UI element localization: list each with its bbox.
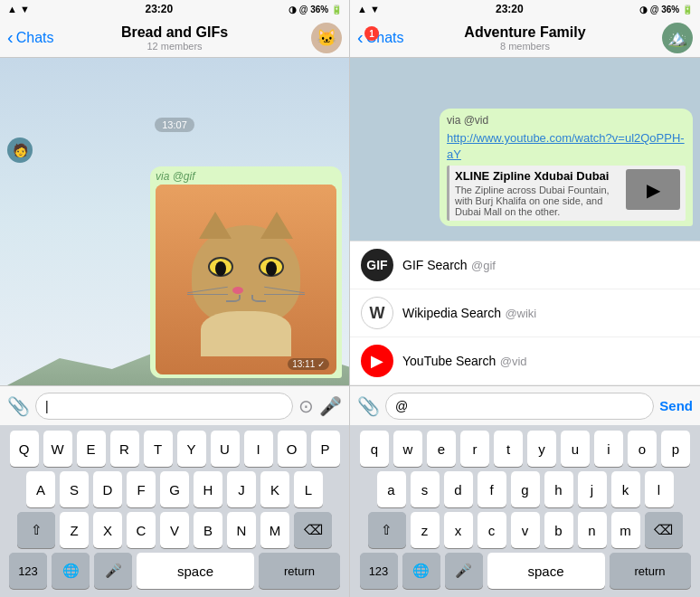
bot-item-gif[interactable]: GIF GIF Search @gif <box>350 242 700 289</box>
bot-icon-gif: GIF <box>361 249 393 281</box>
sticker-icon-left[interactable]: ⊙ <box>298 395 314 417</box>
space-key-right[interactable]: space <box>487 553 605 589</box>
yt-thumbnail: ▶ <box>626 169 680 210</box>
key-rm[interactable]: m <box>611 512 640 548</box>
key-v[interactable]: V <box>160 512 189 548</box>
key-o[interactable]: O <box>278 431 307 467</box>
status-time-right: 23:20 <box>496 3 524 15</box>
keyboard-right: q w e r t y u i o p a s d f g h j k l ⇧ … <box>350 425 700 597</box>
key-ra[interactable]: a <box>377 471 406 507</box>
time-label-left: 13:07 <box>7 116 342 132</box>
attach-icon-left[interactable]: 📎 <box>7 395 30 417</box>
header-center-right: Adventure Family 8 members <box>464 24 585 52</box>
back-button-left[interactable]: ‹ Chats <box>7 29 53 46</box>
avatar-right[interactable]: 🏔️ <box>662 23 693 53</box>
mic-key-left[interactable]: 🎤 <box>94 553 132 589</box>
key-y[interactable]: Y <box>177 431 206 467</box>
key-rj[interactable]: j <box>578 471 607 507</box>
space-key-left[interactable]: space <box>137 553 254 589</box>
shift-key-left[interactable]: ⇧ <box>17 512 55 548</box>
key-z[interactable]: Z <box>60 512 89 548</box>
key-rx[interactable]: x <box>444 512 473 548</box>
key-rl[interactable]: l <box>645 471 674 507</box>
key-u[interactable]: U <box>211 431 240 467</box>
status-signal-right: ▲ ▼ <box>357 4 380 14</box>
key-e[interactable]: E <box>77 431 106 467</box>
key-x[interactable]: X <box>93 512 122 548</box>
key-rb[interactable]: b <box>544 512 573 548</box>
status-time-left: 23:20 <box>146 3 174 15</box>
bot-item-wiki[interactable]: W Wikipedia Search @wiki <box>350 289 700 337</box>
keyboard-row-r3: ⇧ z x c v b n m ⌫ <box>354 512 696 548</box>
bot-info-youtube: YouTube Search @vid <box>402 353 527 369</box>
youtube-link[interactable]: http://www.youtube.com/watch?v=ul2QoPPH-… <box>447 131 685 161</box>
key-rz[interactable]: z <box>411 512 440 548</box>
bot-handle-gif: @gif <box>471 259 496 272</box>
key-rc[interactable]: c <box>478 512 506 548</box>
bot-handle-wiki: @wiki <box>505 307 536 320</box>
message-input-left[interactable] <box>35 393 293 420</box>
bot-suggestions: GIF GIF Search @gif W Wikipedia Search @… <box>350 241 700 385</box>
key-ri[interactable]: i <box>594 431 623 467</box>
header-right: ‹ Chats 1 Adventure Family 8 members 🏔️ <box>350 18 700 58</box>
shift-key-right[interactable]: ⇧ <box>368 512 406 548</box>
key-i[interactable]: I <box>244 431 273 467</box>
key-j[interactable]: J <box>227 471 256 507</box>
key-p[interactable]: P <box>311 431 340 467</box>
key-t[interactable]: T <box>144 431 173 467</box>
key-c[interactable]: C <box>127 512 156 548</box>
bot-handle-youtube: @vid <box>500 355 527 368</box>
key-g[interactable]: G <box>160 471 189 507</box>
key-rh[interactable]: h <box>544 471 573 507</box>
key-rp[interactable]: p <box>661 431 690 467</box>
key-ru[interactable]: u <box>561 431 590 467</box>
return-key-right[interactable]: return <box>610 553 691 589</box>
key-s[interactable]: S <box>60 471 89 507</box>
attach-icon-right[interactable]: 📎 <box>357 395 380 417</box>
globe-key-left[interactable]: 🌐 <box>52 553 90 589</box>
key-rn[interactable]: n <box>578 512 607 548</box>
key-123-left[interactable]: 123 <box>9 553 47 589</box>
key-m[interactable]: M <box>260 512 289 548</box>
key-rt[interactable]: t <box>494 431 523 467</box>
key-l[interactable]: L <box>294 471 323 507</box>
key-d[interactable]: D <box>93 471 122 507</box>
key-h[interactable]: H <box>194 471 222 507</box>
key-k[interactable]: K <box>260 471 289 507</box>
key-rv[interactable]: v <box>511 512 540 548</box>
input-bar-right: 📎 Send <box>350 385 700 425</box>
key-rq[interactable]: q <box>360 431 389 467</box>
mic-icon-left[interactable]: 🎤 <box>319 395 342 417</box>
globe-key-right[interactable]: 🌐 <box>402 553 440 589</box>
key-n[interactable]: N <box>227 512 256 548</box>
key-rk[interactable]: k <box>611 471 640 507</box>
send-button[interactable]: Send <box>659 398 693 413</box>
key-b[interactable]: B <box>194 512 222 548</box>
key-123-right[interactable]: 123 <box>360 553 398 589</box>
delete-key-right[interactable]: ⌫ <box>645 512 683 548</box>
keyboard-row-r4: 123 🌐 🎤 space return <box>354 553 696 589</box>
delete-key-left[interactable]: ⌫ <box>294 512 332 548</box>
key-rr[interactable]: r <box>460 431 489 467</box>
mic-key-right[interactable]: 🎤 <box>445 553 483 589</box>
key-q[interactable]: Q <box>10 431 39 467</box>
right-panel: ▲ ▼ 23:20 ◑ @ 36% 🔋 ‹ Chats 1 Adventure … <box>350 0 700 597</box>
key-ry[interactable]: y <box>527 431 556 467</box>
return-key-left[interactable]: return <box>259 553 340 589</box>
bot-item-youtube[interactable]: ▶ YouTube Search @vid <box>350 337 700 385</box>
key-rf[interactable]: f <box>478 471 506 507</box>
key-a[interactable]: A <box>26 471 55 507</box>
key-rs[interactable]: s <box>411 471 440 507</box>
key-rg[interactable]: g <box>511 471 540 507</box>
message-input-right[interactable] <box>385 393 654 420</box>
avatar-left[interactable]: 🐱 <box>311 23 342 53</box>
header-left: ‹ Chats Bread and GIFs 12 members 🐱 <box>0 18 349 58</box>
key-rd[interactable]: d <box>444 471 473 507</box>
key-w[interactable]: W <box>43 431 72 467</box>
key-r[interactable]: R <box>110 431 139 467</box>
key-re[interactable]: e <box>427 431 456 467</box>
key-f[interactable]: F <box>127 471 156 507</box>
gif-image: 13:11 ✓ <box>156 185 336 374</box>
key-rw[interactable]: w <box>393 431 422 467</box>
key-ro[interactable]: o <box>628 431 657 467</box>
